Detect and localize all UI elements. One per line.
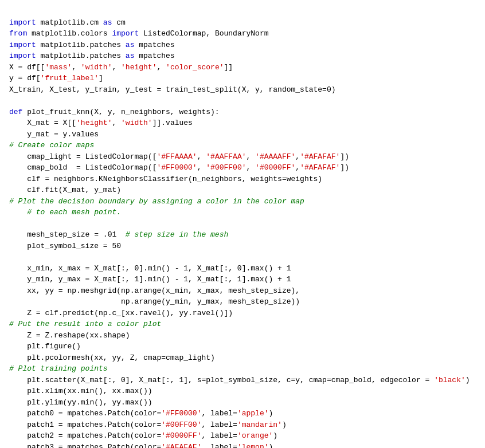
line-13: cmap_light = ListedColormap(['#FFAAAA', … bbox=[9, 152, 349, 161]
line-25: xx, yy = np.meshgrid(np.arange(x_min, x_… bbox=[9, 286, 300, 295]
line-12: # Create color maps bbox=[9, 141, 94, 150]
line-24: y_min, y_max = X_mat[:, 1].min() - 1, X_… bbox=[9, 275, 291, 284]
line-14: cmap_bold = ListedColormap(['#FF0000', '… bbox=[9, 163, 349, 172]
line-1: import matplotlib.cm as cm bbox=[9, 18, 126, 27]
line-37: patch1 = mpatches.Patch(color='#00FF00',… bbox=[9, 421, 287, 429]
line-2: from matplotlib.colors import ListedColo… bbox=[9, 29, 269, 38]
line-28: # Put the result into a color plot bbox=[9, 320, 161, 328]
line-32: # Plot training points bbox=[9, 364, 108, 373]
line-11: y_mat = y.values bbox=[9, 130, 99, 139]
line-26: np.arange(y_min, y_max, mesh_step_size)) bbox=[9, 297, 300, 306]
line-36: patch0 = mpatches.Patch(color='#FF0000',… bbox=[9, 409, 273, 418]
line-5: X = df[['mass', 'width', 'height', 'colo… bbox=[9, 63, 233, 72]
line-16: clf.fit(X_mat, y_mat) bbox=[9, 186, 121, 194]
line-33: plt.scatter(X_mat[:, 0], X_mat[:, 1], s=… bbox=[9, 376, 470, 384]
line-7: X_train, X_test, y_train, y_test = train… bbox=[9, 85, 336, 94]
line-29: Z = Z.reshape(xx.shape) bbox=[9, 331, 130, 340]
line-6: y = df['fruit_label'] bbox=[9, 74, 103, 82]
code-content: import matplotlib.cm as cm from matplotl… bbox=[9, 6, 476, 448]
line-20: mesh_step_size = .01 # step size in the … bbox=[9, 230, 228, 239]
line-10: X_mat = X[['height', 'width']].values bbox=[9, 119, 193, 127]
line-39: patch3 = mpatches.Patch(color='#AFAFAF',… bbox=[9, 443, 273, 449]
line-30: plt.figure() bbox=[9, 342, 81, 351]
line-4: import matplotlib.patches as mpatches bbox=[9, 52, 175, 60]
line-31: plt.pcolormesh(xx, yy, Z, cmap=cmap_ligh… bbox=[9, 353, 215, 362]
line-17: # Plot the decision boundary by assignin… bbox=[9, 197, 304, 206]
line-38: patch2 = mpatches.Patch(color='#0000FF',… bbox=[9, 431, 277, 440]
line-34: plt.xlim(xx.min(), xx.max()) bbox=[9, 387, 152, 395]
line-21: plot_symbol_size = 50 bbox=[9, 242, 121, 250]
line-27: Z = clf.predict(np.c_[xx.ravel(), yy.rav… bbox=[9, 309, 233, 317]
line-35: plt.ylim(yy.min(), yy.max()) bbox=[9, 398, 152, 407]
code-editor: import matplotlib.cm as cm from matplotl… bbox=[0, 0, 485, 448]
line-18: # to each mesh point. bbox=[9, 208, 121, 217]
line-3: import matplotlib.patches as mpatches bbox=[9, 41, 175, 49]
line-23: x_min, x_max = X_mat[:, 0].min() - 1, X_… bbox=[9, 264, 291, 273]
line-15: clf = neighbors.KNeighborsClassifier(n_n… bbox=[9, 175, 322, 183]
line-9: def plot_fruit_knn(X, y, n_neighbors, we… bbox=[9, 108, 220, 116]
